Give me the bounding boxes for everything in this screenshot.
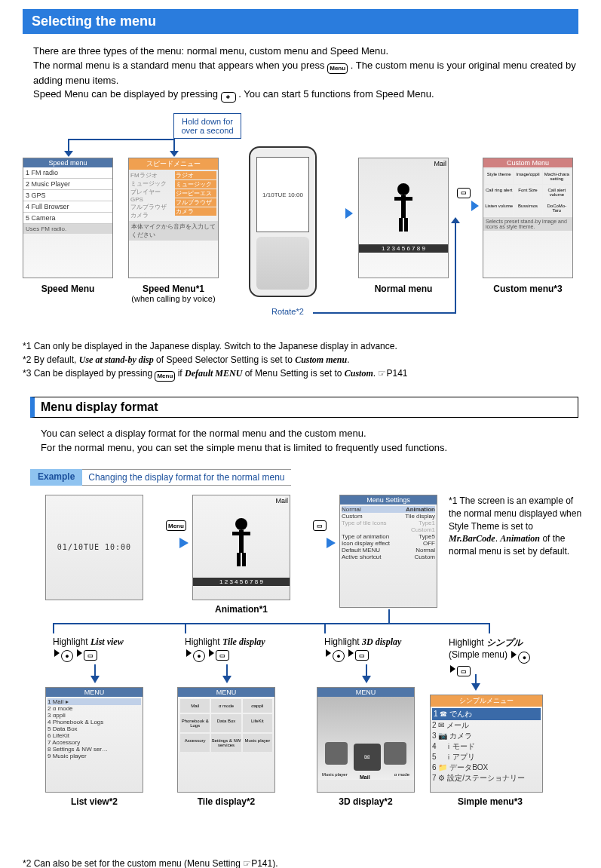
jp-right-item: ラジオ	[175, 171, 216, 179]
jp-right-item: フルブラウザ	[175, 198, 216, 207]
speed-menu-jp-caption: Speed Menu*1 (when calling by voice)	[128, 284, 219, 303]
triangle-right-icon	[450, 665, 455, 673]
simple-menu-caption: Simple menu*3	[437, 796, 543, 807]
jp-left-item: GPS	[130, 196, 172, 203]
tile-item: Mail	[180, 699, 210, 713]
custom-menu-title: Custom Menu	[483, 158, 572, 167]
format-diagram: 01/10TUE 10:00 Menu Mail 1 2 3 4 5 6 7 8…	[30, 495, 578, 857]
list-view-caption: List view*2	[45, 796, 143, 807]
custom-menu-foot: Selects preset stand-by image and icons …	[483, 217, 572, 231]
example-header: Example Changing the display format for …	[30, 469, 578, 486]
select-button-icon: ●	[518, 652, 530, 664]
arrow-right-icon	[298, 536, 336, 550]
svg-rect-4	[404, 218, 408, 232]
tile-item: α mode	[211, 699, 241, 713]
simple-menu-screenshot: シンプルメニュー 1 ☎ でんわ 2 ✉ メール 3 📷 カメラ 4 ｉモード …	[430, 695, 543, 793]
menu-settings-screenshot: Menu Settings NormalAnimation CustomTile…	[339, 495, 437, 608]
subsection-intro: You can select a display format for the …	[41, 427, 578, 455]
custom-menu-caption: Custom menu*3	[483, 284, 573, 294]
custom-grid-item: Font Size	[514, 185, 541, 200]
jp-left-item: フルブラウザ	[130, 203, 172, 211]
standby-time: 01/10TUE 10:00	[46, 495, 143, 600]
book-icon: ▭	[84, 650, 97, 661]
speed-menu-item: 2 Music Player	[23, 179, 112, 190]
custom-menu-screenshot: Custom Menu Style theme Image/αppli Mach…	[483, 158, 573, 278]
rotate-note: Rotate*2	[271, 307, 304, 316]
custom-grid-item: Style theme	[485, 169, 513, 184]
speed-menu-foot: Uses FM radio.	[23, 224, 112, 234]
svg-point-5	[235, 518, 247, 530]
tile-item: Accessory	[180, 734, 210, 752]
intro-line3a: Speed Menu can be displayed by pressing	[33, 88, 221, 100]
list-view-screenshot: MENU 1 Mail ▸ 2 α mode 3 αppli 4 Phonebo…	[45, 687, 143, 793]
custom-grid-item: DoCoMo-Taro	[543, 201, 571, 216]
jp-left-item: FMラジオ	[130, 171, 172, 179]
normal-menu-caption: Normal menu	[358, 284, 449, 294]
speed-menu-caption: Speed Menu	[23, 284, 113, 294]
intro-line1: There are three types of the menu: norma…	[33, 45, 388, 57]
sub-intro-line1: You can select a display format for the …	[41, 428, 366, 439]
menu-icon-step: Menu	[166, 517, 186, 532]
svg-rect-2	[394, 197, 412, 201]
speed-menu-jp-screenshot: スピードメニュー FMラジオ ミュージックプレイヤー GPS フルブラウザ カメ…	[128, 158, 219, 278]
highlight-tile-display: Highlight Tile display ● ▭	[185, 636, 265, 662]
intro-line3b: . You can start 5 functions from Speed M…	[238, 88, 434, 100]
arrow-down-icon	[222, 676, 232, 683]
phone-device-illustration: 1/10TUE 10:00	[249, 146, 317, 297]
conn-line	[68, 139, 173, 140]
section-title: Selecting the menu	[23, 9, 578, 34]
speed-menu-screenshot: Speed menu 1 FM radio 2 Music Player 3 G…	[23, 158, 113, 278]
side-note: *1 The screen is an example of the norma…	[449, 495, 584, 558]
conn-line	[94, 664, 96, 676]
menu-settings-title: Menu Settings	[340, 495, 437, 505]
custom-grid-item: Call alert volume	[543, 185, 571, 200]
mail-label: Mail	[359, 158, 448, 169]
threed-label: α mode	[394, 772, 409, 777]
menu-button-icon: Menu	[327, 63, 348, 74]
list-view-title: MENU	[46, 688, 143, 697]
tile-item: Settings & NW services	[211, 734, 241, 752]
conn-line	[313, 312, 456, 314]
threed-label: Music player	[322, 772, 348, 777]
select-button-icon: ●	[193, 650, 205, 662]
book-icon: ▭	[216, 650, 229, 661]
conn-line	[226, 664, 228, 676]
svg-point-0	[397, 183, 409, 195]
tile-item: LifeKit	[243, 714, 272, 732]
highlight-simple-menu: Highlight シンプル (Simple menu) ● ▭	[449, 636, 577, 677]
book-icon: ▭	[457, 666, 471, 676]
jp-right-item: ミュージック	[175, 180, 216, 189]
intro-text: There are three types of the menu: norma…	[33, 44, 578, 103]
footnote-2: *2 By default, Use at stand-by disp of S…	[23, 353, 578, 367]
jp-right-item: ジーピーエス	[175, 189, 216, 198]
conn-line	[53, 623, 54, 633]
threed-display-screenshot: MENU ✉ Music player Mail α mode	[317, 687, 415, 793]
conn-line	[455, 222, 456, 314]
speed-menu-item: 3 GPS	[23, 190, 112, 201]
triangle-right-icon	[54, 649, 60, 657]
pointer-icon	[378, 368, 386, 379]
pointer-icon	[243, 858, 251, 868]
tile-item: Phonebook & Logs	[180, 714, 210, 732]
book-icon-step: ▭	[313, 517, 327, 532]
hold-down-note: Hold down for over a second	[173, 113, 241, 139]
conn-line	[53, 623, 490, 624]
arrow-right-icon	[323, 207, 353, 220]
speed-button-icon: ⎆	[221, 92, 236, 103]
animation-caption: Animation*1	[192, 604, 290, 615]
subsection-title: Menu display format	[30, 397, 578, 418]
menu-button-icon: Menu	[166, 520, 186, 531]
tile-display-screenshot: MENU Mail α mode αappli Phonebook & Logs…	[177, 687, 275, 793]
triangle-right-icon	[77, 649, 82, 657]
menu-diagram: Hold down for over a second Speed menu 1…	[23, 116, 578, 327]
footnotes-block-2: *2 Can also be set for the custom menu (…	[23, 857, 578, 868]
highlight-list-view: Highlight List view ● ▭	[53, 636, 124, 662]
select-button-icon: ●	[333, 650, 345, 662]
jp-left-item: ミュージックプレイヤー	[130, 179, 172, 196]
select-button-icon: ●	[61, 650, 73, 662]
threed-display-caption: 3D display*2	[317, 796, 415, 807]
speed-menu-item: 5 Camera	[23, 213, 112, 224]
tile-display-title: MENU	[178, 688, 274, 697]
mail-label: Mail	[193, 495, 290, 506]
highlight-3d-display: Highlight 3D display ● ▭	[324, 636, 401, 662]
